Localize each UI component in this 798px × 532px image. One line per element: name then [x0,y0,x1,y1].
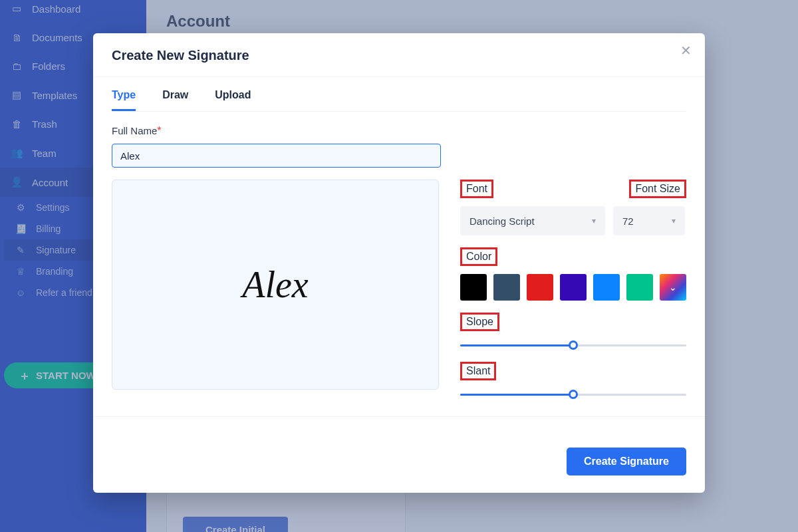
slider-knob[interactable] [569,390,578,399]
color-swatch-slate[interactable] [493,274,520,301]
color-swatch-blue[interactable] [593,274,620,301]
divider [93,76,705,77]
modal-tabs: Type Draw Upload [112,89,686,112]
font-size-select[interactable]: 72 ▾ [613,206,685,235]
slider-fill [460,394,573,396]
font-select[interactable]: Dancing Script ▾ [460,206,605,235]
modal-footer: Create Signature [112,436,686,475]
color-swatch-indigo[interactable] [560,274,587,301]
tab-upload[interactable]: Upload [215,89,251,111]
full-name-input[interactable] [112,144,441,168]
tab-type[interactable]: Type [112,89,136,111]
full-name-label: Full Name [112,125,157,136]
required-mark: * [157,125,161,136]
slant-label: Slant [460,362,496,380]
chevron-down-icon: ⌄ [669,282,677,293]
color-swatches: ⌄ [460,274,686,301]
close-icon[interactable]: ✕ [680,43,692,59]
create-signature-button[interactable]: Create Signature [567,448,686,475]
slant-slider[interactable] [460,390,686,399]
font-select-value: Dancing Script [469,215,535,227]
slider-knob[interactable] [569,340,578,350]
font-label: Font [460,180,493,198]
divider [93,416,705,417]
create-signature-modal: Create New Signature ✕ Type Draw Upload … [93,33,705,493]
color-swatch-red[interactable] [527,274,553,301]
font-size-value: 72 [622,215,634,227]
modal-overlay: Create New Signature ✕ Type Draw Upload … [0,0,798,532]
color-label: Color [460,247,497,266]
slider-fill [460,344,573,346]
color-swatch-teal[interactable] [626,274,653,301]
slope-label: Slope [460,313,499,331]
full-name-row: Full Name* [112,125,686,168]
preview-text: Alex [242,263,308,306]
chevron-down-icon: ▾ [672,216,676,225]
color-swatch-black[interactable] [460,274,487,301]
chevron-down-icon: ▾ [592,216,596,225]
slope-slider[interactable] [460,340,686,350]
modal-title: Create New Signature [112,48,686,63]
color-swatch-custom[interactable]: ⌄ [660,274,686,301]
signature-controls: Font Font Size Dancing Script ▾ 72 ▾ Col… [460,180,686,399]
font-size-label: Font Size [629,180,686,198]
tab-draw[interactable]: Draw [162,89,188,111]
signature-preview: Alex [112,180,439,390]
